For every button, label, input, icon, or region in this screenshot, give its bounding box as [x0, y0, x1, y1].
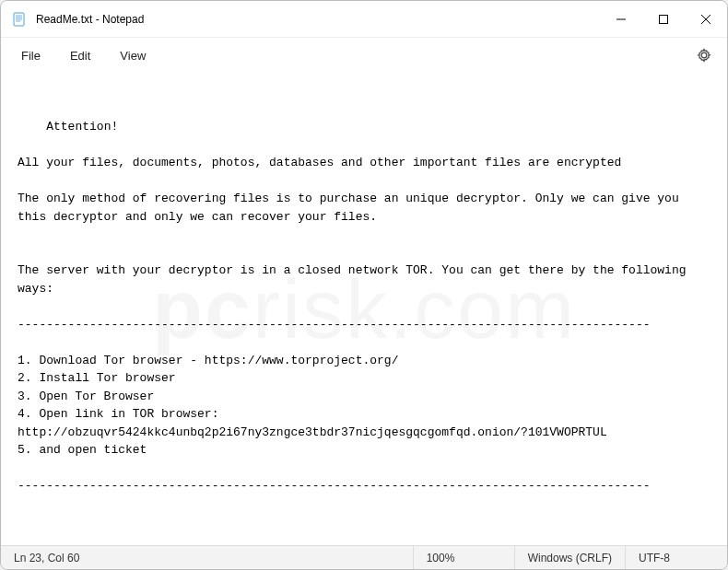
window-controls — [600, 1, 727, 37]
maximize-button[interactable] — [642, 1, 685, 37]
notepad-window: ReadMe.txt - Notepad File Edit View pcri… — [0, 0, 728, 570]
text-editor-area[interactable]: pcrisk.com Attention! All your files, do… — [1, 73, 727, 545]
status-position: Ln 23, Col 60 — [1, 546, 414, 569]
menubar: File Edit View — [1, 38, 727, 73]
gear-icon — [697, 48, 711, 63]
document-text: Attention! All your files, documents, ph… — [18, 120, 693, 545]
settings-button[interactable] — [688, 40, 720, 71]
status-encoding: UTF-8 — [626, 546, 727, 569]
notepad-icon — [12, 12, 27, 27]
menu-file[interactable]: File — [8, 43, 53, 68]
minimize-button[interactable] — [600, 1, 642, 37]
menu-edit[interactable]: Edit — [57, 43, 103, 68]
window-title: ReadMe.txt - Notepad — [36, 13, 600, 26]
statusbar: Ln 23, Col 60 100% Windows (CRLF) UTF-8 — [1, 545, 727, 569]
status-line-ending: Windows (CRLF) — [515, 546, 626, 569]
titlebar: ReadMe.txt - Notepad — [1, 1, 727, 38]
svg-rect-6 — [660, 15, 668, 23]
menu-view[interactable]: View — [107, 43, 159, 68]
status-zoom[interactable]: 100% — [414, 546, 515, 569]
close-button[interactable] — [685, 1, 727, 37]
